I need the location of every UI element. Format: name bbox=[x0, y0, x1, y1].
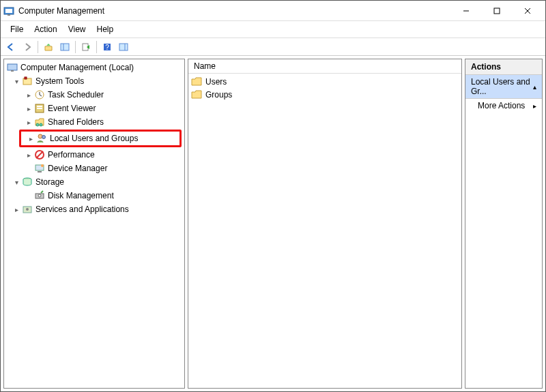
computer-management-icon bbox=[7, 62, 18, 73]
expand-icon[interactable]: ▸ bbox=[25, 119, 33, 126]
storage-icon bbox=[22, 177, 33, 187]
menu-help[interactable]: Help bbox=[91, 22, 119, 36]
content-area: Computer Management (Local) ▾ System Too… bbox=[1, 56, 545, 391]
list-item-groups[interactable]: Groups bbox=[191, 88, 459, 101]
tree-disk-management[interactable]: Disk Management bbox=[4, 189, 184, 202]
minimize-button[interactable] bbox=[450, 1, 481, 20]
svg-rect-17 bbox=[25, 77, 27, 79]
tree-system-tools[interactable]: ▾ System Tools bbox=[4, 74, 184, 88]
back-button[interactable] bbox=[3, 40, 18, 54]
help-button[interactable]: ? bbox=[100, 40, 115, 54]
expand-icon[interactable]: ▸ bbox=[25, 105, 33, 112]
collapse-icon[interactable]: ▾ bbox=[12, 179, 20, 186]
up-level-button[interactable] bbox=[41, 40, 56, 54]
list-item-label: Users bbox=[205, 77, 227, 87]
shared-folders-icon bbox=[34, 117, 45, 127]
system-tools-icon bbox=[22, 76, 33, 87]
menu-view[interactable]: View bbox=[63, 22, 91, 36]
tree-task-scheduler[interactable]: ▸ Task Scheduler bbox=[4, 88, 184, 102]
toolbar-separator bbox=[38, 41, 38, 53]
tree-label: Performance bbox=[46, 150, 96, 160]
menu-bar: File Action View Help bbox=[1, 21, 545, 38]
tree-label: Event Viewer bbox=[46, 104, 97, 113]
tree-services-apps[interactable]: ▸ Services and Applications bbox=[4, 202, 184, 216]
svg-point-22 bbox=[36, 123, 39, 126]
app-window: Computer Management File Action View Hel… bbox=[0, 0, 546, 392]
collapse-icon: ▴ bbox=[533, 83, 536, 91]
svg-point-24 bbox=[38, 134, 42, 138]
export-button[interactable] bbox=[78, 40, 94, 54]
tree-label: Computer Management (Local) bbox=[19, 63, 135, 72]
svg-line-34 bbox=[41, 191, 43, 193]
show-hide-tree-button[interactable] bbox=[57, 40, 72, 54]
svg-line-27 bbox=[36, 151, 43, 158]
folder-icon bbox=[191, 89, 202, 100]
result-list[interactable]: Name Users Groups bbox=[188, 59, 462, 389]
list-item-label: Groups bbox=[205, 90, 232, 100]
event-viewer-icon bbox=[34, 103, 45, 114]
list-item-users[interactable]: Users bbox=[191, 75, 459, 88]
tree-performance[interactable]: ▸ Performance bbox=[4, 148, 184, 162]
actions-pane: Actions Local Users and Gr... ▴ More Act… bbox=[465, 59, 543, 389]
tree-label: Storage bbox=[34, 177, 66, 187]
submenu-arrow-icon: ▸ bbox=[533, 102, 536, 110]
svg-rect-7 bbox=[61, 44, 69, 50]
svg-point-36 bbox=[26, 208, 29, 211]
performance-icon bbox=[34, 149, 45, 160]
tree-local-users-groups[interactable]: ▸ Local Users and Groups bbox=[21, 132, 179, 145]
svg-point-33 bbox=[38, 194, 41, 197]
console-tree[interactable]: Computer Management (Local) ▾ System Too… bbox=[3, 59, 185, 389]
svg-rect-29 bbox=[38, 171, 42, 172]
menu-action[interactable]: Action bbox=[29, 22, 62, 36]
device-manager-icon bbox=[34, 163, 45, 174]
svg-rect-20 bbox=[37, 106, 42, 107]
tree-device-manager[interactable]: Device Manager bbox=[4, 162, 184, 175]
svg-rect-15 bbox=[11, 70, 14, 72]
window-controls bbox=[450, 1, 543, 20]
task-scheduler-icon bbox=[34, 89, 45, 100]
tree-root[interactable]: Computer Management (Local) bbox=[4, 61, 184, 74]
actions-context[interactable]: Local Users and Gr... ▴ bbox=[465, 75, 542, 99]
svg-rect-2 bbox=[8, 14, 10, 16]
tree-event-viewer[interactable]: ▸ Event Viewer bbox=[4, 102, 184, 115]
tree-label: Services and Applications bbox=[34, 205, 130, 214]
toolbar: ? bbox=[1, 38, 545, 56]
expand-icon[interactable]: ▸ bbox=[27, 135, 35, 142]
folder-icon bbox=[191, 76, 202, 87]
tree-label: Task Scheduler bbox=[46, 90, 105, 100]
local-users-groups-icon bbox=[36, 133, 47, 144]
tree-label: Shared Folders bbox=[46, 117, 105, 127]
window-title: Computer Management bbox=[18, 6, 450, 16]
disk-management-icon bbox=[34, 190, 45, 201]
tree-label: Disk Management bbox=[46, 191, 115, 200]
svg-rect-1 bbox=[5, 9, 12, 13]
svg-point-23 bbox=[40, 123, 42, 126]
svg-rect-4 bbox=[494, 8, 500, 14]
toolbar-separator bbox=[75, 41, 76, 53]
column-header-name[interactable]: Name bbox=[188, 59, 461, 74]
tree-label: Device Manager bbox=[46, 164, 109, 173]
expand-icon[interactable]: ▸ bbox=[25, 151, 33, 159]
svg-rect-14 bbox=[8, 64, 17, 70]
tree-storage[interactable]: ▾ Storage bbox=[4, 175, 184, 189]
tree-shared-folders[interactable]: ▸ Shared Folders bbox=[4, 115, 184, 129]
svg-text:?: ? bbox=[105, 44, 109, 51]
close-button[interactable] bbox=[512, 1, 543, 20]
actions-more[interactable]: More Actions ▸ bbox=[465, 99, 542, 112]
actions-more-label: More Actions bbox=[478, 101, 525, 110]
collapse-icon[interactable]: ▾ bbox=[12, 78, 20, 85]
expand-icon[interactable]: ▸ bbox=[12, 206, 20, 213]
app-icon bbox=[3, 5, 14, 16]
svg-point-25 bbox=[42, 136, 46, 139]
forward-button[interactable] bbox=[20, 40, 35, 54]
svg-rect-21 bbox=[37, 108, 42, 109]
menu-file[interactable]: File bbox=[5, 22, 29, 36]
actions-context-label: Local Users and Gr... bbox=[471, 77, 533, 96]
show-action-pane-button[interactable] bbox=[116, 40, 131, 54]
maximize-button[interactable] bbox=[481, 1, 512, 20]
tree-label: Local Users and Groups bbox=[48, 134, 139, 143]
toolbar-separator bbox=[96, 41, 97, 53]
tree-label: System Tools bbox=[34, 76, 85, 86]
highlight-annotation: ▸ Local Users and Groups bbox=[19, 130, 182, 147]
expand-icon[interactable]: ▸ bbox=[25, 91, 33, 99]
